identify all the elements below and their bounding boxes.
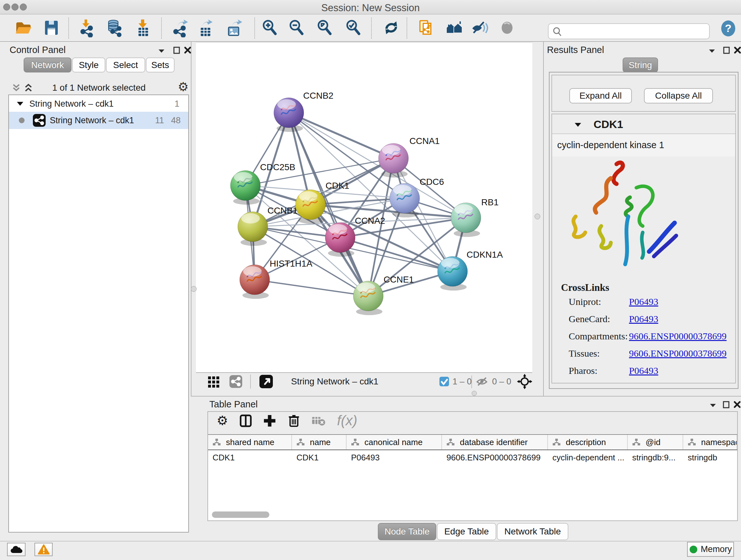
crosslink-value-link[interactable]: P06493	[629, 314, 658, 324]
home-icon[interactable]	[445, 19, 464, 37]
tab-edge-table[interactable]: Edge Table	[437, 523, 496, 540]
panel-close-icon[interactable]	[183, 46, 192, 55]
table-cell[interactable]: stringdb:9...	[628, 450, 683, 465]
node-table[interactable]: shared namenamecanonical namedatabase id…	[208, 434, 737, 520]
zoom-out-icon[interactable]	[287, 19, 306, 37]
tree-expand-icon[interactable]	[16, 100, 24, 108]
export-image-icon[interactable]	[226, 19, 244, 37]
table-gear-icon[interactable]: ⚙	[215, 414, 230, 428]
cloud-button[interactable]	[7, 543, 25, 556]
refresh-icon[interactable]	[382, 19, 401, 37]
selected-checkbox-icon[interactable]	[439, 376, 449, 387]
table-cell[interactable]: 9606.ENSP00000378699	[442, 450, 548, 465]
export-table-icon[interactable]	[196, 19, 214, 37]
vertical-splitter-grip[interactable]	[191, 286, 197, 292]
export-network-icon[interactable]	[172, 19, 190, 37]
tab-style[interactable]: Style	[72, 57, 105, 72]
crosshair-icon[interactable]	[517, 374, 532, 389]
panel-float-icon[interactable]	[172, 46, 181, 55]
expand-all-button[interactable]: Expand All	[569, 88, 632, 104]
delete-column-icon[interactable]	[286, 413, 301, 428]
gear-icon[interactable]: ⚙	[176, 80, 190, 94]
collapse-all-networks-icon[interactable]	[11, 83, 21, 93]
memory-button[interactable]: Memory	[687, 542, 734, 557]
hidden-eye-icon[interactable]	[475, 375, 488, 388]
crosslink-row: GeneCard: P06493	[569, 314, 728, 331]
node-HIST1H1A[interactable]: HIST1H1A	[240, 259, 313, 299]
warning-button[interactable]	[35, 543, 53, 556]
node-CCNB2[interactable]: CCNB2	[274, 91, 333, 132]
panel-float-icon[interactable]	[722, 400, 731, 409]
column-header-@id[interactable]: @id	[628, 435, 683, 449]
protein-card: CDK1 cyclin-dependent kinase 1	[551, 114, 736, 383]
grid-view-icon[interactable]	[207, 375, 220, 388]
documents-icon[interactable]	[416, 19, 435, 37]
node-label-CCNE1: CCNE1	[384, 274, 414, 285]
column-header-canonical-name[interactable]: canonical name	[347, 435, 442, 449]
node-CDC6[interactable]: CDC6	[390, 177, 444, 217]
column-header-shared-name[interactable]: shared name	[208, 435, 292, 449]
table-cell[interactable]: CDK1	[208, 450, 292, 465]
expand-all-networks-icon[interactable]	[23, 83, 33, 93]
panel-dropdown-icon[interactable]	[708, 46, 717, 55]
panel-close-icon[interactable]	[733, 400, 741, 409]
network-view[interactable]: CCNB2CCNA1CDC25BCDK1CDC6RB1CCNB1CCNA2CDK…	[196, 42, 532, 372]
import-table-icon[interactable]	[133, 19, 151, 37]
results-splitter-grip[interactable]	[535, 213, 540, 219]
table-panel-title: Table Panel	[209, 399, 258, 410]
panel-close-icon[interactable]	[733, 46, 741, 55]
import-database-icon[interactable]	[106, 19, 125, 37]
tab-string[interactable]: String	[623, 57, 658, 72]
show-column-icon[interactable]	[239, 414, 253, 428]
card-collapse-icon[interactable]	[574, 121, 582, 129]
table-horizontal-scrollbar[interactable]	[212, 511, 269, 518]
zoom-fit-icon[interactable]	[315, 19, 334, 37]
tab-select[interactable]: Select	[106, 57, 145, 72]
crosslink-value-link[interactable]: P06493	[629, 365, 658, 376]
zoom-in-icon[interactable]	[260, 19, 279, 37]
edge-HIST1H1A-CCNE1[interactable]	[255, 280, 368, 296]
column-header-description[interactable]: description	[548, 435, 628, 449]
network-view-toolbar: String Network – cdk1 1 – 0 0 – 0	[196, 372, 532, 390]
node-CCNE1[interactable]: CCNE1	[353, 274, 414, 315]
tab-node-table[interactable]: Node Table	[378, 523, 436, 540]
search-box[interactable]	[548, 23, 710, 39]
save-icon[interactable]	[42, 19, 61, 37]
network-row[interactable]: String Network – cdk1 11 48	[9, 112, 188, 129]
table-cell[interactable]: stringdb	[683, 450, 737, 465]
table-cell[interactable]: cyclin-dependent ...	[548, 450, 628, 465]
tab-network[interactable]: Network	[23, 57, 71, 72]
column-header-database-identifier[interactable]: database identifier	[442, 435, 548, 449]
column-header-name[interactable]: name	[292, 435, 347, 449]
eye-icon[interactable]	[498, 19, 517, 37]
node-CDKN1A[interactable]: CDKN1A	[437, 250, 503, 291]
svg-text:f(x): f(x)	[337, 413, 357, 428]
memory-status-icon	[689, 545, 697, 554]
help-icon[interactable]: ?	[720, 20, 737, 37]
collapse-all-button[interactable]: Collapse All	[644, 88, 713, 104]
network-collection-row[interactable]: String Network – cdk1 1	[9, 96, 188, 112]
birdseye-view-icon[interactable]	[259, 374, 273, 388]
import-network-icon[interactable]	[78, 19, 97, 37]
table-cell[interactable]: CDK1	[292, 450, 347, 465]
add-column-icon[interactable]	[262, 414, 277, 428]
string-visibility-icon[interactable]	[471, 19, 489, 37]
tab-network-table[interactable]: Network Table	[497, 523, 568, 540]
table-cell[interactable]: P06493	[347, 450, 442, 465]
node-RB1[interactable]: RB1	[451, 197, 498, 237]
panel-dropdown-icon[interactable]	[709, 401, 718, 410]
panel-float-icon[interactable]	[722, 46, 731, 55]
crosslink-value-link[interactable]: 9606.ENSP00000378699	[629, 331, 727, 341]
column-header-namespace[interactable]: namespace	[683, 435, 737, 449]
search-input[interactable]	[565, 25, 705, 37]
open-folder-icon[interactable]	[14, 19, 32, 37]
node-CCNB1[interactable]: CCNB1	[238, 206, 298, 246]
table-row[interactable]: CDK1CDK1P064939606.ENSP00000378699cyclin…	[208, 450, 737, 465]
panel-dropdown-icon[interactable]	[157, 46, 166, 55]
network-icon-gray[interactable]	[229, 375, 243, 388]
horizontal-splitter-grip[interactable]	[472, 391, 477, 396]
crosslink-value-link[interactable]: 9606.ENSP00000378699	[629, 348, 727, 359]
crosslink-value-link[interactable]: P06493	[629, 296, 658, 307]
zoom-selected-icon[interactable]	[344, 19, 362, 37]
tab-sets[interactable]: Sets	[146, 57, 175, 72]
